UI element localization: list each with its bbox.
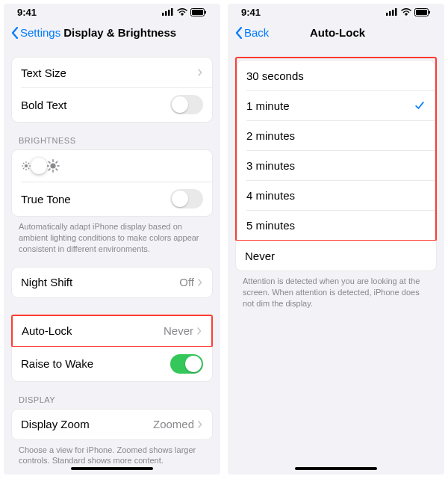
back-button[interactable]: Settings (11, 26, 60, 39)
option-label: 1 minute (246, 99, 290, 112)
svg-point-7 (25, 164, 28, 167)
battery-icon (414, 8, 431, 16)
svg-rect-3 (171, 8, 173, 16)
chevron-right-icon (197, 420, 203, 429)
auto-lock-footer: Attention is detected when you are looki… (243, 276, 429, 309)
chevron-right-icon (197, 68, 203, 77)
svg-line-22 (56, 169, 57, 170)
page-title: Display & Brightness (63, 26, 176, 39)
bold-text-label: Bold Text (21, 99, 66, 111)
status-time: 9:41 (241, 7, 261, 18)
status-bar: 9:41 (228, 4, 444, 20)
phone-left: 9:41 Settings Display & Brightness Text … (4, 4, 220, 475)
svg-rect-28 (395, 8, 397, 16)
auto-lock-label: Auto-Lock (22, 324, 72, 337)
signal-icon (386, 8, 398, 16)
auto-lock-highlight: Auto-Lock Never (11, 315, 213, 347)
svg-point-16 (50, 163, 55, 168)
sun-large-icon (46, 159, 60, 173)
option-3-minutes[interactable]: 3 minutes (237, 150, 435, 180)
svg-line-23 (56, 161, 57, 163)
option-never[interactable]: Never (236, 241, 436, 271)
signal-icon (162, 8, 174, 16)
svg-rect-30 (416, 10, 427, 15)
svg-rect-27 (392, 10, 394, 16)
svg-rect-6 (205, 10, 207, 13)
bold-text-row: Bold Text (12, 87, 212, 122)
back-button[interactable]: Back (235, 26, 269, 39)
true-tone-label: True Tone (21, 193, 71, 206)
brightness-slider-row (12, 150, 212, 182)
svg-line-13 (28, 168, 29, 169)
raise-to-wake-row: Raise to Wake (12, 347, 212, 381)
svg-rect-25 (386, 13, 388, 16)
option-label: 3 minutes (246, 159, 295, 172)
night-shift-row[interactable]: Night Shift Off (12, 268, 212, 297)
true-tone-row: True Tone (12, 182, 212, 216)
scroll-content[interactable]: Text Size Bold Text BRIGHTNESS (4, 46, 220, 475)
status-time: 9:41 (17, 7, 37, 18)
option-30-seconds[interactable]: 30 seconds (237, 61, 435, 90)
text-size-row[interactable]: Text Size (12, 58, 212, 87)
nav-bar: Settings Display & Brightness (4, 20, 220, 46)
svg-line-14 (28, 163, 29, 164)
status-indicators (162, 8, 207, 16)
option-1-minute[interactable]: 1 minute (237, 90, 435, 120)
option-5-minutes[interactable]: 5 minutes (237, 210, 435, 240)
svg-rect-0 (162, 13, 164, 16)
svg-line-24 (49, 169, 50, 170)
wifi-icon (401, 8, 411, 16)
chevron-right-icon (196, 327, 202, 336)
checkmark-icon (414, 99, 426, 111)
home-indicator[interactable] (71, 467, 153, 470)
option-label: 30 seconds (246, 69, 304, 82)
status-bar: 9:41 (4, 4, 220, 20)
status-indicators (386, 8, 431, 16)
bold-text-switch[interactable] (170, 95, 203, 114)
svg-rect-26 (389, 11, 391, 16)
option-label: Never (245, 250, 275, 262)
display-zoom-row[interactable]: Display Zoom Zoomed (12, 410, 212, 439)
option-2-minutes[interactable]: 2 minutes (237, 120, 435, 150)
battery-icon (190, 8, 207, 16)
auto-lock-value: Never (164, 324, 193, 337)
auto-lock-row[interactable]: Auto-Lock Never (13, 316, 211, 346)
svg-rect-31 (429, 10, 431, 13)
night-shift-value: Off (179, 276, 194, 288)
home-indicator[interactable] (295, 467, 377, 470)
option-4-minutes[interactable]: 4 minutes (237, 180, 435, 210)
raise-to-wake-label: Raise to Wake (21, 357, 93, 370)
display-zoom-value: Zoomed (153, 418, 194, 430)
chevron-right-icon (197, 278, 203, 287)
display-header: DISPLAY (19, 395, 205, 404)
display-zoom-footer: Choose a view for iPhone. Zoomed shows l… (19, 445, 205, 467)
brightness-header: BRIGHTNESS (19, 136, 205, 145)
option-label: 5 minutes (246, 219, 295, 232)
back-label: Back (244, 26, 269, 39)
svg-rect-1 (165, 11, 167, 16)
auto-lock-options-highlight: 30 seconds 1 minute 2 minutes 3 minutes … (235, 57, 437, 241)
back-label: Settings (20, 26, 60, 39)
nav-bar: Back Auto-Lock (228, 20, 444, 46)
svg-rect-5 (192, 10, 203, 15)
svg-line-12 (23, 163, 24, 164)
svg-rect-2 (168, 10, 170, 16)
svg-line-15 (23, 168, 24, 169)
sun-small-icon (21, 161, 31, 171)
phone-right: 9:41 Back Auto-Lock 30 seconds 1 minute … (228, 4, 444, 475)
raise-to-wake-switch[interactable] (170, 354, 203, 374)
night-shift-label: Night Shift (21, 276, 72, 288)
chevron-left-icon (11, 27, 19, 39)
display-zoom-label: Display Zoom (21, 418, 90, 430)
svg-line-21 (49, 161, 50, 163)
wifi-icon (177, 8, 187, 16)
option-label: 4 minutes (246, 189, 295, 202)
scroll-content[interactable]: 30 seconds 1 minute 2 minutes 3 minutes … (228, 46, 444, 475)
option-label: 2 minutes (246, 129, 295, 142)
true-tone-switch[interactable] (170, 189, 203, 208)
true-tone-footer: Automatically adapt iPhone display based… (19, 221, 205, 255)
chevron-left-icon (235, 27, 243, 39)
text-size-label: Text Size (21, 67, 66, 79)
